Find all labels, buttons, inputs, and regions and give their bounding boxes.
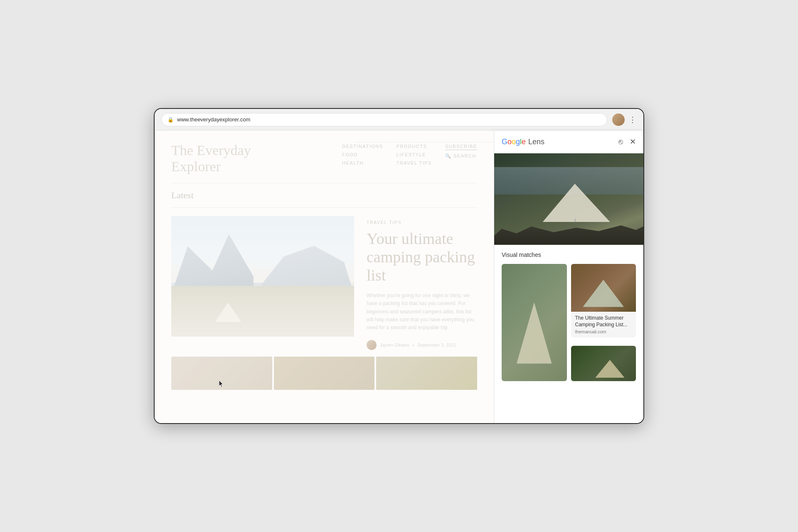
match-image-1	[502, 264, 567, 381]
google-text: Google	[502, 138, 526, 146]
visual-matches-section: Visual matches Big Agnes Fly Creek UL2 r…	[494, 245, 643, 423]
nav-subscribe[interactable]: SUBSCRIBE	[445, 144, 477, 150]
browser-content: The Everyday Explorer DESTINATIONS FOOD …	[155, 131, 643, 423]
thumb-1[interactable]	[171, 357, 272, 390]
lens-label: Lens	[528, 138, 544, 146]
website-content: The Everyday Explorer DESTINATIONS FOOD …	[155, 131, 494, 423]
address-bar[interactable]: 🔒 www.theeverydayexplorer.com	[161, 113, 607, 126]
site-nav: The Everyday Explorer DESTINATIONS FOOD …	[155, 131, 494, 175]
nav-lifestyle[interactable]: LIFESTYLE	[397, 152, 432, 157]
browser-actions: ⋮	[612, 113, 637, 126]
nav-health[interactable]: HEALTH	[342, 160, 383, 165]
match-card-2[interactable]: The Ultimate Summer Camping Packing List…	[571, 264, 636, 337]
lens-tent-body	[539, 180, 614, 222]
menu-dots[interactable]: ⋮	[629, 115, 637, 124]
article-date: September 3, 2021	[417, 342, 456, 347]
url-text: www.theeverydayexplorer.com	[177, 116, 250, 123]
author-separator: •	[412, 342, 414, 347]
close-icon[interactable]: ✕	[630, 137, 636, 146]
nav-destinations[interactable]: DESTINATIONS	[342, 144, 383, 149]
nav-col-2: PRODUCTS LIFESTYLE TRAVEL TIPS	[397, 144, 432, 175]
thumb-2[interactable]	[274, 357, 375, 390]
lens-header: Google Lens ⎋ ✕	[494, 131, 643, 153]
featured-article: TRAVEL TIPS Your ultimate camping packin…	[171, 216, 477, 350]
browser-window: 🔒 www.theeverydayexplorer.com ⋮ The Ever…	[154, 108, 644, 424]
match-title-2: The Ultimate Summer Camping Packing List…	[575, 315, 632, 328]
match-source-2: themanual.com	[575, 329, 632, 334]
ground-layer	[171, 286, 354, 337]
match-card-1[interactable]: Big Agnes Fly Creek UL2 review – Hike Or…	[502, 264, 567, 381]
nav-food[interactable]: FOOD	[342, 152, 383, 157]
mountain-scene	[171, 216, 354, 337]
nav-columns: DESTINATIONS FOOD HEALTH PRODUCTS LIFEST…	[342, 142, 477, 175]
rocks-foreground	[494, 222, 643, 245]
article-description: Whether you're going for one night or th…	[367, 292, 477, 332]
article-title[interactable]: Your ultimate camping packing list	[367, 230, 477, 284]
google-lens-logo: Google Lens	[502, 138, 544, 146]
lens-tent	[539, 180, 614, 222]
latest-section: Latest	[155, 183, 494, 350]
author-avatar	[367, 340, 377, 350]
match-image-2	[571, 264, 636, 312]
lens-image-preview	[494, 153, 643, 245]
browser-chrome: 🔒 www.theeverydayexplorer.com ⋮	[155, 109, 643, 131]
site-title: The Everyday Explorer	[171, 142, 251, 175]
article-content: TRAVEL TIPS Your ultimate camping packin…	[367, 216, 477, 350]
tent-shape	[212, 301, 245, 322]
latest-label: Latest	[171, 190, 477, 201]
lens-tent-pole	[575, 219, 576, 222]
nav-col-1: DESTINATIONS FOOD HEALTH	[342, 144, 383, 175]
author-name: Jaylen Gibaha	[380, 342, 409, 347]
nav-col-3: SUBSCRIBE 🔍 SEARCH	[445, 144, 477, 175]
nav-products[interactable]: PRODUCTS	[397, 144, 432, 149]
article-category: TRAVEL TIPS	[367, 220, 477, 225]
article-image	[171, 216, 354, 337]
visual-matches-title: Visual matches	[502, 251, 636, 258]
article-author: Jaylen Gibaha • September 3, 2021	[367, 340, 477, 350]
thumb-3[interactable]	[376, 357, 477, 390]
match-col-right: The Ultimate Summer Camping Packing List…	[571, 264, 636, 381]
google-lens-panel: Google Lens ⎋ ✕	[494, 131, 643, 423]
share-icon[interactable]: ⎋	[618, 138, 623, 146]
user-avatar[interactable]	[612, 113, 625, 126]
match-image-3[interactable]	[571, 346, 636, 381]
match-info-2: The Ultimate Summer Camping Packing List…	[571, 312, 636, 337]
thumbnail-row	[155, 357, 494, 390]
latest-separator	[171, 207, 477, 208]
tent-body	[212, 301, 245, 322]
lens-preview-background	[494, 153, 643, 245]
nav-travel-tips[interactable]: TRAVEL TIPS	[397, 160, 432, 165]
lock-icon: 🔒	[167, 117, 174, 123]
lens-header-icons: ⎋ ✕	[618, 137, 636, 146]
nav-search[interactable]: 🔍 SEARCH	[445, 153, 477, 159]
matches-grid: Big Agnes Fly Creek UL2 review – Hike Or…	[502, 264, 636, 381]
